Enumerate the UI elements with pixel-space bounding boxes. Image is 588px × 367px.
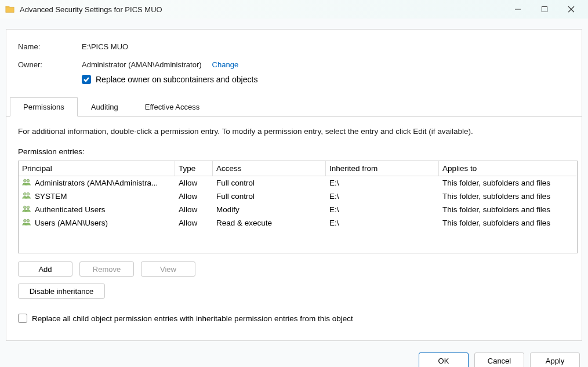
inherited-text: E:\: [326, 204, 439, 216]
group-icon: [22, 218, 31, 228]
group-icon: [22, 191, 31, 201]
disable-inheritance-button[interactable]: Disable inheritance: [18, 284, 105, 299]
svg-rect-1: [542, 7, 547, 12]
tab-auditing[interactable]: Auditing: [78, 97, 132, 117]
replace-owner-label: Replace owner on subcontainers and objec…: [96, 75, 257, 84]
col-access[interactable]: Access: [213, 161, 326, 176]
owner-value: Administrator (AMAN\Administrator): [82, 60, 202, 69]
type-text: Allow: [175, 190, 213, 202]
svg-point-9: [27, 206, 30, 209]
access-text: Full control: [213, 177, 326, 189]
permission-entries-label: Permission entries:: [18, 147, 570, 156]
col-principal[interactable]: Principal: [19, 161, 175, 176]
svg-point-8: [23, 206, 26, 209]
applies-text: This folder, subfolders and files: [439, 217, 578, 229]
apply-button[interactable]: Apply: [530, 353, 580, 367]
dialog-footer: OK Cancel Apply: [0, 347, 588, 367]
folder-icon: [5, 4, 15, 14]
instructions-text: For additional information, double-click…: [18, 127, 570, 136]
applies-text: This folder, subfolders and files: [439, 204, 578, 216]
name-label: Name:: [18, 42, 82, 51]
table-row[interactable]: Users (AMAN\Users)AllowRead & executeE:\…: [19, 216, 577, 230]
principal-text: Authenticated Users: [35, 205, 106, 214]
table-row[interactable]: Administrators (AMAN\Administra...AllowF…: [19, 176, 577, 190]
name-value: E:\PICS MUO: [82, 42, 128, 51]
titlebar: Advanced Security Settings for PICS MUO: [0, 0, 588, 19]
view-button[interactable]: View: [141, 261, 195, 277]
tab-bar: Permissions Auditing Effective Access: [6, 97, 582, 117]
maximize-button[interactable]: [531, 0, 558, 19]
inherited-text: E:\: [326, 217, 439, 229]
ok-button[interactable]: OK: [419, 353, 469, 367]
type-text: Allow: [175, 204, 213, 216]
col-inherited[interactable]: Inherited from: [326, 161, 439, 176]
access-text: Modify: [213, 204, 326, 216]
col-applies[interactable]: Applies to: [439, 161, 578, 176]
svg-point-6: [23, 192, 26, 195]
tab-effective-access[interactable]: Effective Access: [132, 97, 213, 117]
group-icon: [22, 178, 31, 188]
svg-point-11: [27, 219, 30, 222]
principal-text: Users (AMAN\Users): [35, 219, 108, 227]
replace-child-checkbox[interactable]: [18, 314, 27, 323]
applies-text: This folder, subfolders and files: [439, 177, 578, 189]
table-row[interactable]: SYSTEMAllowFull controlE:\This folder, s…: [19, 190, 577, 203]
permission-table: Principal Type Access Inherited from App…: [18, 161, 578, 253]
group-icon: [22, 205, 31, 215]
add-button[interactable]: Add: [18, 261, 72, 277]
remove-button[interactable]: Remove: [79, 261, 134, 277]
svg-point-4: [23, 179, 26, 182]
change-owner-link[interactable]: Change: [212, 60, 239, 69]
inherited-text: E:\: [326, 177, 439, 189]
window-title: Advanced Security Settings for PICS MUO: [20, 5, 162, 14]
access-text: Full control: [213, 190, 326, 202]
replace-owner-checkbox[interactable]: [82, 75, 91, 84]
applies-text: This folder, subfolders and files: [439, 190, 578, 202]
principal-text: Administrators (AMAN\Administra...: [35, 179, 158, 187]
cancel-button[interactable]: Cancel: [474, 353, 524, 367]
svg-point-5: [27, 179, 30, 182]
minimize-button[interactable]: [504, 0, 531, 19]
close-button[interactable]: [558, 0, 585, 19]
svg-point-7: [27, 192, 30, 195]
table-header: Principal Type Access Inherited from App…: [19, 161, 577, 176]
type-text: Allow: [175, 217, 213, 229]
table-row[interactable]: Authenticated UsersAllowModifyE:\This fo…: [19, 203, 577, 216]
replace-child-label: Replace all child object permission entr…: [32, 314, 353, 323]
access-text: Read & execute: [213, 217, 326, 229]
principal-text: SYSTEM: [35, 192, 67, 201]
svg-point-10: [23, 219, 26, 222]
dialog-content: Name: E:\PICS MUO Owner: Administrator (…: [6, 29, 582, 341]
type-text: Allow: [175, 177, 213, 189]
tab-permissions[interactable]: Permissions: [10, 97, 78, 117]
owner-label: Owner:: [18, 60, 82, 69]
inherited-text: E:\: [326, 190, 439, 202]
col-type[interactable]: Type: [175, 161, 213, 176]
